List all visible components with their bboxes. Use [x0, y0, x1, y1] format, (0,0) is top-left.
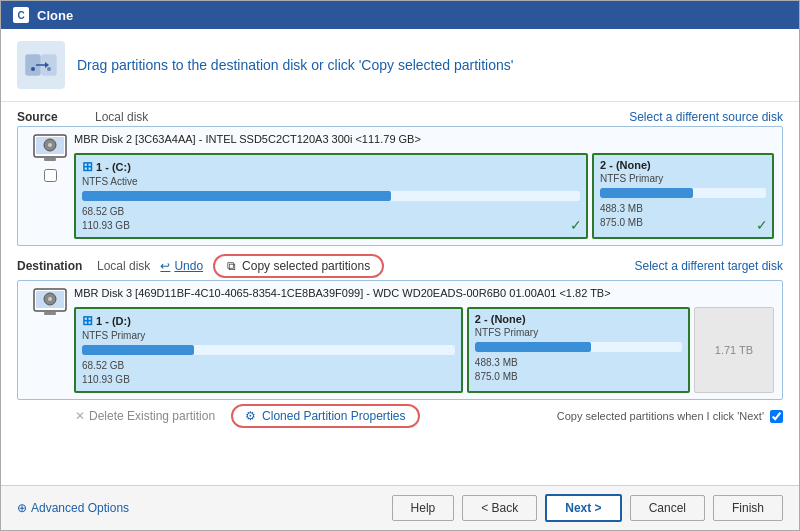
source-p1-label: 1 - (C:): [96, 161, 131, 173]
source-disk-info: MBR Disk 2 [3C63A4AA] - INTEL SSD5C2CT12…: [74, 133, 774, 239]
dest-p1-bar: [82, 345, 194, 355]
svg-point-3: [47, 67, 51, 71]
svg-rect-9: [44, 158, 56, 161]
source-disk-type: Local disk: [95, 110, 148, 124]
clone-props-label: Cloned Partition Properties: [262, 409, 405, 423]
dest-p1-label: 1 - (D:): [96, 315, 131, 327]
copy-on-next-checkbox[interactable]: [770, 410, 783, 423]
advanced-icon: ⊕: [17, 501, 27, 515]
svg-rect-14: [44, 312, 56, 315]
copy-btn-label: Copy selected partitions: [242, 259, 370, 273]
dest-disk-panel: MBR Disk 3 [469D11BF-4C10-4065-8354-1CE8…: [17, 280, 783, 400]
source-p2-bar-container: [600, 188, 766, 198]
copy-on-next-area: Copy selected partitions when I click 'N…: [557, 410, 783, 423]
source-p2-sizes: 488.3 MB 875.0 MB: [600, 202, 766, 230]
dest-disk-icon-col: [26, 287, 74, 317]
undo-label: Undo: [174, 259, 203, 273]
unallocated-size: 1.71 TB: [715, 344, 753, 356]
delete-partition-button[interactable]: ✕ Delete Existing partition: [75, 409, 215, 423]
dest-disk-info: MBR Disk 3 [469D11BF-4C10-4065-8354-1CE8…: [74, 287, 774, 393]
dest-unallocated: 1.71 TB: [694, 307, 774, 393]
instruction-bar: Drag partitions to the destination disk …: [1, 29, 799, 102]
content-area: Drag partitions to the destination disk …: [1, 29, 799, 530]
clone-properties-button[interactable]: ⚙ Cloned Partition Properties: [231, 404, 419, 428]
dest-disk-title: MBR Disk 3 [469D11BF-4C10-4065-8354-1CE8…: [74, 287, 774, 299]
dest-partition-1[interactable]: ⊞ 1 - (D:) NTFS Primary 68.52 GB 110.93 …: [74, 307, 463, 393]
svg-point-8: [48, 143, 52, 147]
source-partition-1[interactable]: ⊞ 1 - (C:) NTFS Active 68.52 GB 110.93 G…: [74, 153, 588, 239]
copy-on-next-label: Copy selected partitions when I click 'N…: [557, 410, 764, 422]
source-partitions-row: ⊞ 1 - (C:) NTFS Active 68.52 GB 110.93 G…: [74, 153, 774, 239]
finish-button[interactable]: Finish: [713, 495, 783, 521]
dest-p1-bar-container: [82, 345, 455, 355]
source-partition-2[interactable]: 2 - (None) NTFS Primary 488.3 MB 875.0 M…: [592, 153, 774, 239]
delete-btn-label: Delete Existing partition: [89, 409, 215, 423]
source-p2-bar: [600, 188, 693, 198]
source-p2-check: ✓: [756, 217, 768, 233]
instruction-text: Drag partitions to the destination disk …: [77, 57, 513, 73]
source-checkbox-area: [44, 169, 57, 182]
dest-monitor-icon: [32, 287, 68, 317]
source-header: Source Local disk Select a different sou…: [17, 110, 783, 124]
dest-p1-fs: NTFS Primary: [82, 330, 455, 341]
svg-point-2: [31, 67, 35, 71]
source-disk-panel: MBR Disk 2 [3C63A4AA] - INTEL SSD5C2CT12…: [17, 126, 783, 246]
clone-window: C Clone Drag partitions to the destinati…: [0, 0, 800, 531]
advanced-label: Advanced Options: [31, 501, 129, 515]
select-target-link[interactable]: Select a different target disk: [634, 259, 783, 273]
dest-p2-bar-container: [475, 342, 682, 352]
copy-partitions-button[interactable]: ⧉ Copy selected partitions: [213, 254, 384, 278]
destination-section: Destination Local disk ↩ Undo ⧉ Copy sel…: [17, 254, 783, 430]
dest-disk-type: Local disk: [97, 259, 150, 273]
dest-partitions-row: ⊞ 1 - (D:) NTFS Primary 68.52 GB 110.93 …: [74, 307, 774, 393]
source-p1-sizes: 68.52 GB 110.93 GB: [82, 205, 580, 233]
undo-button[interactable]: ↩ Undo: [160, 259, 203, 273]
advanced-options-link[interactable]: ⊕ Advanced Options: [17, 501, 129, 515]
dest-p2-title: 2 - (None): [475, 313, 682, 325]
source-p2-title: 2 - (None): [600, 159, 766, 171]
next-button[interactable]: Next >: [545, 494, 621, 522]
copy-icon: ⧉: [227, 259, 236, 273]
main-area: Source Local disk Select a different sou…: [1, 102, 799, 485]
source-disk-title: MBR Disk 2 [3C63A4AA] - INTEL SSD5C2CT12…: [74, 133, 774, 145]
window-title: Clone: [37, 8, 73, 23]
dest-p2-fs: NTFS Primary: [475, 327, 682, 338]
title-bar: C Clone: [1, 1, 799, 29]
properties-row: ✕ Delete Existing partition ⚙ Cloned Par…: [17, 400, 783, 430]
source-p1-check: ✓: [570, 217, 582, 233]
source-label: Source: [17, 110, 87, 124]
source-select-checkbox[interactable]: [44, 169, 57, 182]
back-button[interactable]: < Back: [462, 495, 537, 521]
dest-partition-2[interactable]: 2 - (None) NTFS Primary 488.3 MB 875.0 M…: [467, 307, 690, 393]
source-p1-fs: NTFS Active: [82, 176, 580, 187]
undo-icon: ↩: [160, 259, 170, 273]
source-p1-title: ⊞ 1 - (C:): [82, 159, 580, 174]
dest-header: Destination Local disk ↩ Undo ⧉ Copy sel…: [17, 254, 783, 278]
dest-p2-bar: [475, 342, 591, 352]
source-p1-bar: [82, 191, 391, 201]
source-p2-fs: NTFS Primary: [600, 173, 766, 184]
dest-label: Destination: [17, 259, 87, 273]
source-monitor-icon: [32, 133, 68, 163]
clone-icon: [17, 41, 65, 89]
delete-icon: ✕: [75, 409, 85, 423]
clone-props-icon: ⚙: [245, 409, 256, 423]
source-section: Source Local disk Select a different sou…: [17, 110, 783, 246]
select-source-link[interactable]: Select a different source disk: [629, 110, 783, 124]
dest-p2-sizes: 488.3 MB 875.0 MB: [475, 356, 682, 384]
app-icon: C: [13, 7, 29, 23]
dest-p1-sizes: 68.52 GB 110.93 GB: [82, 359, 455, 387]
bottom-bar: ⊕ Advanced Options Help < Back Next > Ca…: [1, 485, 799, 530]
cancel-button[interactable]: Cancel: [630, 495, 705, 521]
source-p1-bar-container: [82, 191, 580, 201]
svg-point-13: [48, 297, 52, 301]
source-disk-icon-col: [26, 133, 74, 182]
help-button[interactable]: Help: [392, 495, 455, 521]
dest-p1-title: ⊞ 1 - (D:): [82, 313, 455, 328]
